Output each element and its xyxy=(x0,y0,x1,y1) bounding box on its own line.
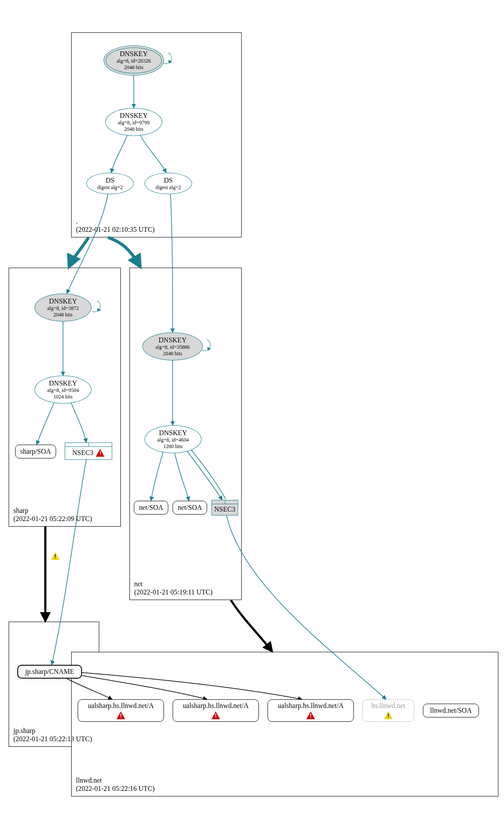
ual3-title: ualsharp.hs.llnwd.net/A xyxy=(278,702,343,710)
net-nsec3: NSEC3 xyxy=(211,500,238,515)
ds-right-sub: digest alg=2 xyxy=(155,184,181,191)
root-ksk: DNSKEY alg=8, id=20326 2048 bits xyxy=(104,45,164,76)
caution-icon: ! xyxy=(51,552,60,560)
sharp-ksk-title: DNSKEY xyxy=(49,297,77,305)
net-ksk: DNSKEY alg=8, id=35886 2048 bits xyxy=(142,332,203,360)
warning-icon: ! xyxy=(306,711,315,719)
ual1-title: ualsharp.hs.llnwd.net/A xyxy=(88,702,154,710)
warning-icon: ! xyxy=(117,711,125,719)
sharp-zsk-sub1: alg=8, id=9504 xyxy=(47,387,79,394)
warning-icon: ! xyxy=(96,449,104,457)
warning-icon: ! xyxy=(211,711,220,719)
root-zsk: DNSKEY alg=8, id=9799 2048 bits xyxy=(105,108,162,136)
zone-jpsharp-ts: (2022-01-21 05:22:13 UTC) xyxy=(13,735,92,743)
zone-net-ts: (2022-01-21 05:19:11 UTC) xyxy=(134,588,213,596)
net-zsk-title: DNSKEY xyxy=(159,429,187,437)
sharp-soa: sharp/SOA xyxy=(15,445,56,458)
net-ksk-title: DNSKEY xyxy=(159,336,187,344)
root-ksk-title: DNSKEY xyxy=(120,50,148,58)
sharp-nsec3-title: NSEC3 xyxy=(72,449,94,457)
root-zsk-title: DNSKEY xyxy=(120,112,148,120)
zone-llnwd: llnwd.net (2022-01-21 05:22:16 UTC) xyxy=(71,652,498,796)
zone-llnwd-name: llnwd.net xyxy=(76,777,102,784)
ds-right-title: DS xyxy=(164,177,173,184)
sharp-zsk: DNSKEY alg=8, id=9504 1024 bits xyxy=(35,376,91,404)
net-zsk-sub1: alg=8, id=4604 xyxy=(157,437,189,443)
sharp-zsk-title: DNSKEY xyxy=(49,379,77,387)
ual3: ualsharp.hs.llnwd.net/A ! xyxy=(268,699,354,722)
zone-root-name: . xyxy=(76,218,78,225)
jp-cname: jp.sharp/CNAME xyxy=(17,665,82,679)
zone-sharp-name: sharp xyxy=(13,507,28,514)
zone-llnwd-ts: (2022-01-21 05:22:16 UTC) xyxy=(76,785,154,792)
caution-icon: ! xyxy=(384,711,393,719)
net-ksk-sub1: alg=8, id=35886 xyxy=(155,344,190,351)
zone-jpsharp-name: jp.sharp xyxy=(13,727,35,734)
ds-left-sub: digest alg=2 xyxy=(97,184,123,191)
sharp-ksk-sub2: 2048 bits xyxy=(54,312,72,318)
hs-llnwd: hs.llnwd.net ! xyxy=(362,699,414,722)
net-zsk: DNSKEY alg=8, id=4604 1280 bits xyxy=(145,425,202,453)
net-soa2: net/SOA xyxy=(173,501,207,515)
sharp-zsk-sub2: 1024 bits xyxy=(54,394,72,400)
net-soa2-title: net/SOA xyxy=(178,504,202,512)
ds-left: DS digest alg=2 xyxy=(86,173,134,194)
ual2-title: ualsharp.hs.llnwd.net/A xyxy=(183,702,249,710)
root-zsk-sub2: 2048 bits xyxy=(124,126,143,133)
zone-net-name: net xyxy=(134,580,143,588)
net-soa1: net/SOA xyxy=(134,501,168,515)
sharp-ksk: DNSKEY alg=8, id=3872 2048 bits xyxy=(35,294,91,322)
net-ksk-sub2: 2048 bits xyxy=(163,351,182,357)
zone-sharp-ts: (2022-01-21 05:22:09 UTC) xyxy=(13,515,92,522)
net-soa1-title: net/SOA xyxy=(139,504,163,512)
hs-llnwd-title: hs.llnwd.net xyxy=(372,702,405,710)
root-ksk-sub2: 2048 bits xyxy=(124,64,143,71)
jp-cname-title: jp.sharp/CNAME xyxy=(25,668,74,676)
sharp-nsec3: NSEC3 ! xyxy=(65,442,112,460)
sharp-soa-title: sharp/SOA xyxy=(20,448,51,455)
ds-right: DS digest alg=2 xyxy=(145,173,192,194)
root-ksk-sub1: alg=8, id=20326 xyxy=(117,58,151,64)
zone-root-ts: (2022-01-21 02:10:35 UTC) xyxy=(76,226,154,233)
net-nsec3-title: NSEC3 xyxy=(214,506,236,513)
root-zsk-sub1: alg=8, id=9799 xyxy=(118,120,150,126)
ds-left-title: DS xyxy=(106,177,114,184)
llnwd-soa: llnwd.net/SOA xyxy=(423,704,479,717)
ual2: ualsharp.hs.llnwd.net/A ! xyxy=(173,699,259,722)
sharp-ksk-sub1: alg=8, id=3872 xyxy=(47,305,79,312)
net-zsk-sub2: 1280 bits xyxy=(164,443,183,450)
ual1: ualsharp.hs.llnwd.net/A ! xyxy=(78,699,164,722)
llnwd-soa-title: llnwd.net/SOA xyxy=(430,707,472,714)
